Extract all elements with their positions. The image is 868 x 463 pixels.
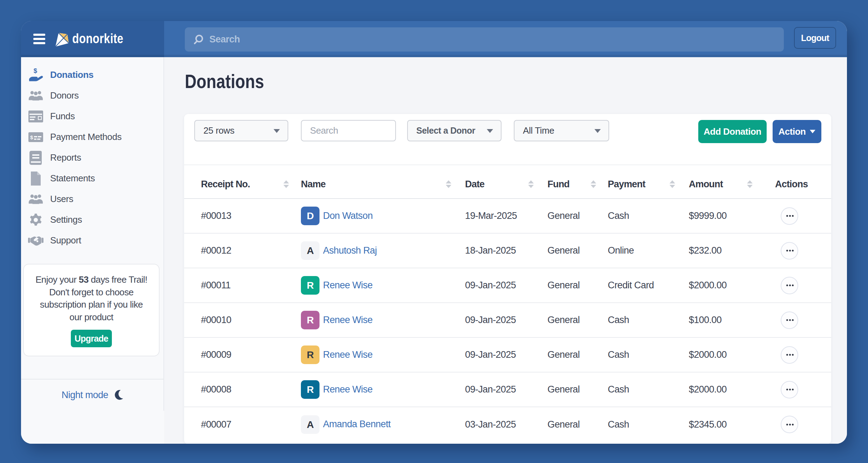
svg-text:$: $ bbox=[34, 67, 37, 74]
svg-text:$: $ bbox=[30, 134, 33, 140]
